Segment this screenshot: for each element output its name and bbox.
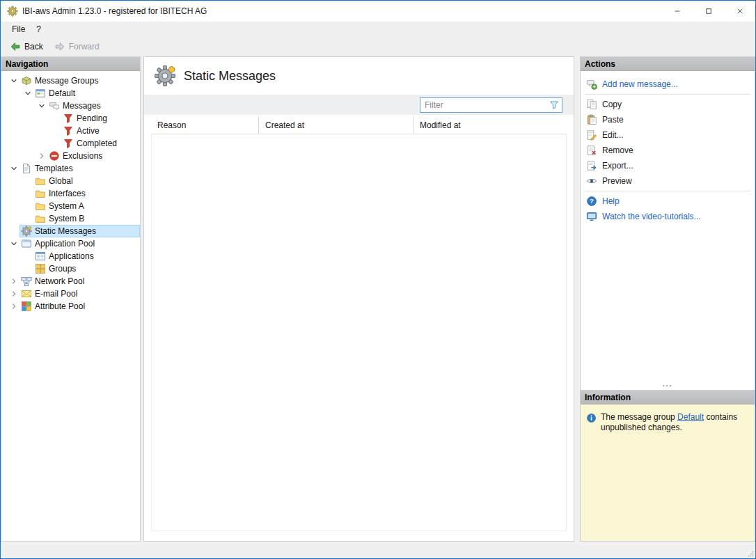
- add-message-icon: [586, 79, 597, 90]
- funnel-icon: [63, 125, 74, 136]
- tree-item-system-b[interactable]: System B: [1, 212, 140, 225]
- expander-collapsed-icon[interactable]: [36, 150, 47, 162]
- tree-item-interfaces[interactable]: Interfaces: [1, 187, 140, 200]
- edit-icon: [586, 129, 597, 141]
- resize-grip-icon[interactable]: [746, 549, 755, 558]
- content-area: Navigation Message GroupsDefaultMessages…: [1, 56, 755, 549]
- action-export[interactable]: Export...: [581, 158, 755, 173]
- action-edit[interactable]: Edit...: [581, 127, 755, 143]
- tree-item-label: Applications: [49, 251, 94, 261]
- help-icon: ?: [586, 196, 597, 207]
- column-header-modified-at[interactable]: Modified at: [414, 116, 567, 134]
- close-icon: [737, 8, 743, 15]
- tree-item-label: Pending: [77, 113, 107, 123]
- tree-item-e-mail-pool[interactable]: E-mail Pool: [1, 288, 140, 300]
- tree-item-message-groups[interactable]: Message Groups: [1, 74, 140, 87]
- tree-item-label: Global: [49, 176, 73, 186]
- action-watch-the-video-tutorials[interactable]: Watch the video-tutorials...: [581, 209, 755, 224]
- menu-file[interactable]: File: [6, 22, 31, 37]
- action-preview[interactable]: Preview: [581, 173, 755, 189]
- expander-expanded-icon[interactable]: [22, 88, 33, 99]
- action-label: Add new message...: [602, 79, 678, 89]
- expander-expanded-icon[interactable]: [36, 100, 47, 111]
- column-header-reason[interactable]: Reason: [151, 116, 259, 134]
- panel-splitter[interactable]: ...: [581, 381, 755, 390]
- tree-item-pending[interactable]: Pending: [1, 112, 140, 125]
- expander-expanded-icon[interactable]: [8, 75, 19, 86]
- tree-item-label: Templates: [35, 164, 73, 173]
- filter-input[interactable]: [420, 98, 549, 112]
- expander-collapsed-icon[interactable]: [8, 301, 19, 312]
- application-pool-icon: [21, 238, 32, 249]
- action-help[interactable]: ?Help: [581, 194, 755, 209]
- groups-icon: [35, 263, 46, 274]
- tree-item-label: Network Pool: [35, 276, 84, 286]
- title-bar[interactable]: IBI-aws Admin 1.23.0 - registered for IB…: [1, 1, 755, 22]
- folder-icon: [35, 188, 46, 199]
- tree-item-groups[interactable]: Groups: [1, 262, 140, 275]
- navigation-panel: Navigation Message GroupsDefaultMessages…: [1, 56, 141, 542]
- tree-item-system-a[interactable]: System A: [1, 200, 140, 212]
- tree-item-templates[interactable]: Templates: [1, 162, 140, 175]
- default-group-link[interactable]: Default: [677, 412, 704, 422]
- tree-item-completed[interactable]: Completed: [1, 137, 140, 150]
- back-label: Back: [24, 42, 43, 52]
- expander-collapsed-icon[interactable]: [8, 276, 19, 287]
- maximize-button[interactable]: [693, 1, 724, 22]
- tree-item-label: Interfaces: [49, 189, 86, 198]
- filter-funnel-icon[interactable]: [549, 100, 560, 111]
- tree-item-exclusions[interactable]: Exclusions: [1, 150, 140, 162]
- action-label: Remove: [602, 145, 633, 155]
- tree-item-static-messages[interactable]: Static Messages: [1, 225, 140, 237]
- tree-item-active[interactable]: Active: [1, 125, 140, 137]
- tree-item-application-pool[interactable]: Application Pool: [1, 237, 140, 250]
- minimize-button[interactable]: [661, 1, 693, 22]
- back-button[interactable]: Back: [5, 39, 48, 54]
- info-text-part: The message group: [601, 412, 677, 422]
- action-paste[interactable]: Paste: [581, 112, 755, 127]
- right-column: Actions Add new message...CopyPasteEdit.…: [580, 56, 755, 542]
- tree-item-label: Application Pool: [35, 239, 95, 249]
- maximize-icon: [705, 8, 712, 15]
- folder-icon: [35, 200, 46, 212]
- column-header-created-at[interactable]: Created at: [259, 116, 414, 134]
- forward-icon: [54, 41, 65, 52]
- tree-item-global[interactable]: Global: [1, 175, 140, 187]
- tree-item-messages[interactable]: Messages: [1, 100, 140, 112]
- expander-collapsed-icon[interactable]: [8, 288, 19, 299]
- tree-item-applications[interactable]: Applications: [1, 250, 140, 262]
- video-icon: [586, 211, 597, 222]
- network-pool-icon: [21, 276, 32, 287]
- action-copy[interactable]: Copy: [581, 97, 755, 112]
- applications-icon: [35, 251, 46, 262]
- expander-spacer: [22, 188, 33, 199]
- expander-spacer: [22, 175, 33, 187]
- expander-spacer: [22, 251, 33, 262]
- menu-help[interactable]: ?: [31, 22, 47, 37]
- message-groups-icon: [21, 75, 32, 86]
- expander-expanded-icon[interactable]: [8, 238, 19, 249]
- tree-item-network-pool[interactable]: Network Pool: [1, 275, 140, 288]
- filter-box: [420, 97, 562, 113]
- expander-spacer: [22, 200, 33, 212]
- table-header-row: ReasonCreated atModified at: [151, 116, 567, 134]
- tree-item-label: Message Groups: [35, 76, 98, 86]
- tree-item-label: Default: [49, 88, 75, 98]
- tree-item-label: Groups: [49, 264, 76, 274]
- close-button[interactable]: [724, 1, 755, 22]
- expander-spacer: [50, 138, 61, 149]
- action-remove[interactable]: Remove: [581, 143, 755, 158]
- action-add-new-message[interactable]: Add new message...: [581, 77, 755, 92]
- templates-icon: [21, 163, 32, 174]
- preview-icon: [586, 175, 597, 187]
- expander-expanded-icon[interactable]: [8, 163, 19, 174]
- funnel-icon: [63, 113, 74, 124]
- tree-item-attribute-pool[interactable]: Attribute Pool: [1, 300, 140, 313]
- action-label: Paste: [602, 115, 624, 125]
- tree-item-default[interactable]: Default: [1, 87, 140, 100]
- forward-button[interactable]: Forward: [49, 39, 104, 54]
- actions-list: Add new message...CopyPasteEdit...Remove…: [581, 71, 755, 381]
- table-body: [151, 134, 567, 531]
- information-panel: Information The message group Default co…: [580, 390, 755, 542]
- expander-spacer: [50, 125, 61, 136]
